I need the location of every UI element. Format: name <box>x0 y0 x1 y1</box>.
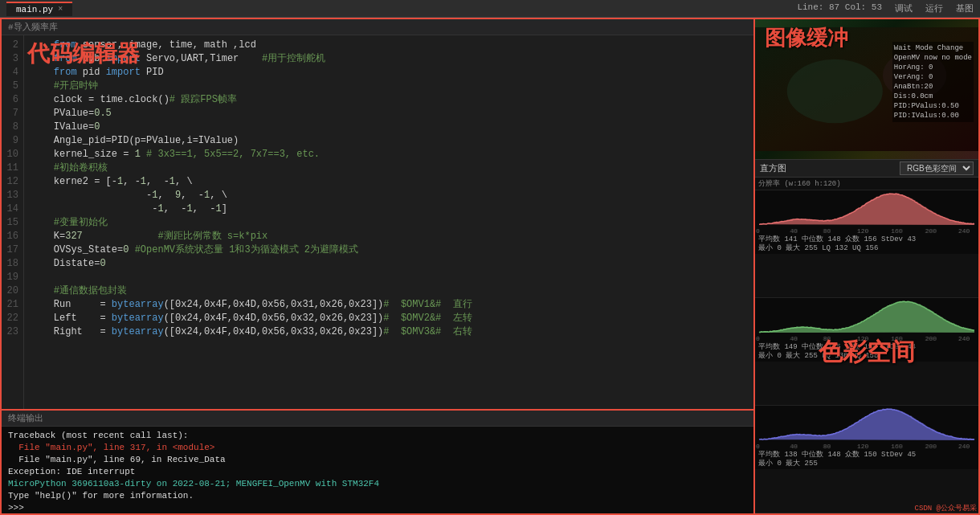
svg-point-2 <box>787 59 883 123</box>
menu-base[interactable]: 基图 <box>956 2 974 14</box>
terminal-line: File "main.py", line 69, in Recive_Data <box>8 454 747 466</box>
code-line: IValue=0 <box>31 121 747 134</box>
code-line: #开启时钟 <box>31 80 747 93</box>
chart-container-1: 平均数 149 中位数 155 众数 158 StDev 44最小 0 最大 2… <box>755 298 978 406</box>
code-line: kernel_size = 1 # 3x3==1, 5x5==2, 7x7==3… <box>31 148 747 161</box>
main-layout: #导入频率库 代码编辑器 234567891011121314151617181… <box>0 18 980 515</box>
code-line: K=327 #测距比例常数 s=k*pix <box>31 230 747 243</box>
histogram-title: 直方图 <box>760 162 786 174</box>
chart-stats-2: 平均数 138 中位数 148 众数 150 StDev 45最小 0 最大 2… <box>755 450 978 469</box>
histogram-canvas-0 <box>755 190 978 235</box>
image-overlay-text: Wait Mode Change OpenMV now no mode HorA… <box>892 42 974 122</box>
line-numbers: 234567891011121314151617181920212223 <box>2 35 24 409</box>
top-bar-right: Line: 87 Col: 53 调试 运行 基图 <box>797 2 974 14</box>
chart-stats-0: 平均数 141 中位数 148 众数 156 StDev 43最小 0 最大 2… <box>755 235 978 254</box>
chart-area-1 <box>755 298 978 342</box>
chart-container-0: 平均数 141 中位数 148 众数 156 StDev 43最小 0 最大 2… <box>755 190 978 298</box>
terminal-title: 终端输出 <box>8 412 43 424</box>
terminal-line: >>> <box>8 502 747 513</box>
chart-stats-1: 平均数 149 中位数 155 众数 158 StDev 44最小 0 最大 2… <box>755 342 978 362</box>
code-header-label: #导入频率库 <box>8 21 58 33</box>
code-line: from pyb import Servo,UART,Timer #用于控制舵机 <box>31 52 747 66</box>
code-line: Run = bytearray([0x24,0x4F,0x4D,0x56,0x3… <box>31 298 747 312</box>
chart-area-0 <box>755 190 978 235</box>
image-buffer-title: 图像缓冲 <box>758 21 855 55</box>
right-panel: 图像缓冲 <box>755 18 980 515</box>
terminal-content[interactable]: Traceback (most recent call last): File … <box>2 427 753 513</box>
code-line: -1, 9, -1, \ <box>31 189 747 202</box>
code-content: 234567891011121314151617181920212223 fro… <box>2 35 753 409</box>
code-line: PValue=0.5 <box>31 107 747 121</box>
code-line: Distate=0 <box>31 257 747 271</box>
terminal-line: Traceback (most recent call last): <box>8 430 747 442</box>
code-line: from sensor, image, time, math ,lcd <box>31 39 747 52</box>
code-line: #变量初始化 <box>31 216 747 230</box>
code-line: -1, -1, -1] <box>31 202 747 216</box>
terminal-line: MicroPython 3696110a3-dirty on 2022-08-2… <box>8 478 747 490</box>
code-line: OVSys_State=0 #OpenMV系统状态量 1和3为循迹模式 2为避障… <box>31 243 747 257</box>
histogram-charts: 平均数 141 中位数 148 众数 156 StDev 43最小 0 最大 2… <box>755 190 978 513</box>
terminal-line: File "main.py", line 317, in <module> <box>8 442 747 454</box>
csdn-watermark: CSDN @公众号易采 <box>915 503 977 513</box>
histogram-header: 直方图 RGB色彩空间 LAB色彩空间 Grayscale <box>755 160 978 178</box>
histogram-canvas-1 <box>755 298 978 342</box>
code-line: Right = bytearray([0x24,0x4F,0x4D,0x56,0… <box>31 325 747 339</box>
code-line: #通信数据包封装 <box>31 284 747 298</box>
terminal-area: 终端输出 Traceback (most recent call last): … <box>2 409 753 513</box>
menu-run[interactable]: 运行 <box>925 2 943 14</box>
code-line: Left = bytearray([0x24,0x4F,0x4D,0x56,0x… <box>31 312 747 325</box>
rgb-dropdown[interactable]: RGB色彩空间 LAB色彩空间 Grayscale <box>900 161 974 175</box>
code-line: from pid import PID <box>31 66 747 80</box>
chart-area-2 <box>755 406 978 450</box>
main-tab[interactable]: main.py × <box>6 2 72 16</box>
menu-debug[interactable]: 调试 <box>895 2 913 14</box>
terminal-line: Type "help()" for more information. <box>8 490 747 502</box>
left-panel: #导入频率库 代码编辑器 234567891011121314151617181… <box>0 18 755 515</box>
code-line: Angle_pid=PID(p=PValue,i=IValue) <box>31 134 747 148</box>
histogram-canvas-2 <box>755 406 978 450</box>
chart-container-2: 平均数 138 中位数 148 众数 150 StDev 45最小 0 最大 2… <box>755 406 978 513</box>
code-line: #初始卷积核 <box>31 161 747 175</box>
code-lines[interactable]: from sensor, image, time, math ,lcd from… <box>24 35 753 409</box>
tab-label: main.py <box>16 5 53 14</box>
top-bar: main.py × Line: 87 Col: 53 调试 运行 基图 <box>0 0 980 18</box>
code-area: #导入频率库 代码编辑器 234567891011121314151617181… <box>2 19 753 409</box>
code-header: #导入频率库 <box>2 19 753 35</box>
code-line: clock = time.clock()# 跟踪FPS帧率 <box>31 93 747 107</box>
code-line: kerne2 = [-1, -1, -1, \ <box>31 175 747 189</box>
histogram-section: 直方图 RGB色彩空间 LAB色彩空间 Grayscale 分辨率 (w:160… <box>755 160 978 513</box>
image-buffer: 图像缓冲 <box>755 19 978 160</box>
terminal-line: Exception: IDE interrupt <box>8 466 747 478</box>
code-line <box>31 271 747 284</box>
status-line: Line: 87 Col: 53 <box>797 2 882 14</box>
tab-close-icon[interactable]: × <box>58 5 63 14</box>
terminal-header: 终端输出 <box>2 411 753 427</box>
chart-subtitle: 分辨率 (w:160 h:120) <box>755 178 978 190</box>
